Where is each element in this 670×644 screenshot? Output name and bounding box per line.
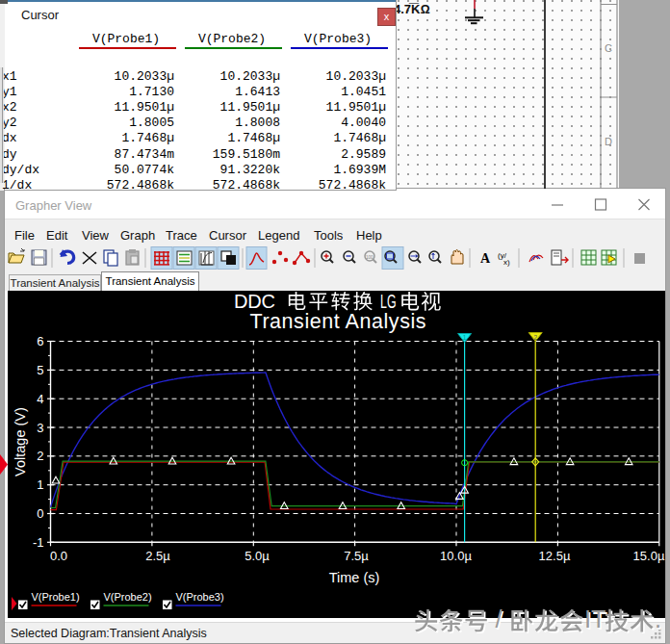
svg-text:.: . (655, 605, 661, 632)
svg-text:IT: IT (584, 605, 606, 632)
svg-text:/: / (496, 605, 503, 632)
